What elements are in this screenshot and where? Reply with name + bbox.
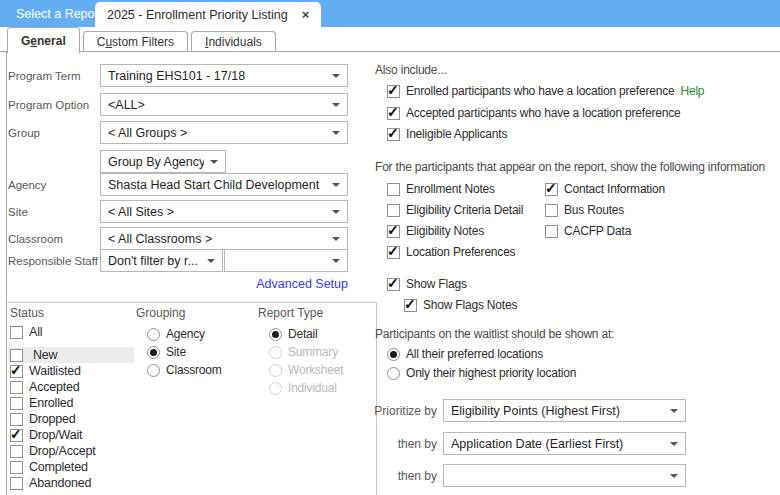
status-option-accepted[interactable]: Accepted bbox=[8, 379, 134, 395]
radio-icon bbox=[269, 364, 282, 377]
classroom-select[interactable]: < All Classrooms > bbox=[100, 227, 348, 250]
contact-information-checkbox[interactable]: Contact Information bbox=[545, 181, 665, 197]
checkbox-icon[interactable] bbox=[545, 204, 558, 217]
checkbox-icon[interactable] bbox=[387, 246, 400, 259]
enrollment-notes-checkbox[interactable]: Enrollment Notes bbox=[387, 181, 495, 197]
checkbox-icon[interactable] bbox=[387, 278, 400, 291]
group-label: Group bbox=[8, 127, 100, 139]
status-option-new[interactable]: New bbox=[8, 347, 134, 363]
checkbox-icon[interactable] bbox=[387, 183, 400, 196]
checkbox-icon[interactable] bbox=[545, 183, 558, 196]
dropdown-arrow-icon bbox=[332, 74, 340, 78]
agency-row: Agency Shasta Head Start Child Developme… bbox=[8, 173, 348, 196]
status-option-enrolled[interactable]: Enrolled bbox=[8, 395, 134, 411]
classroom-label: Classroom bbox=[8, 233, 100, 245]
grouping-section-label: Grouping bbox=[136, 306, 185, 320]
include-accepted-participants-checkbox[interactable]: Accepted participants who have a locatio… bbox=[387, 105, 680, 121]
eligibility-notes-checkbox[interactable]: Eligibility Notes bbox=[387, 223, 484, 239]
prioritize-by-row: Prioritize by Eligibility Points (Highes… bbox=[358, 399, 686, 422]
report-type-option-summary: Summary bbox=[269, 344, 338, 360]
radio-icon[interactable] bbox=[387, 348, 400, 361]
then-by-row-2: then by bbox=[358, 464, 686, 487]
checkbox-icon[interactable] bbox=[404, 299, 417, 312]
checkbox-icon[interactable] bbox=[387, 85, 400, 98]
checkbox-icon[interactable] bbox=[10, 397, 23, 410]
radio-icon[interactable] bbox=[387, 367, 400, 380]
dropdown-arrow-icon bbox=[670, 474, 678, 478]
grouping-option-site[interactable]: Site bbox=[147, 344, 186, 360]
dropdown-arrow-icon bbox=[332, 183, 340, 187]
group-select[interactable]: < All Groups > bbox=[100, 121, 348, 144]
checkbox-icon[interactable] bbox=[387, 128, 400, 141]
status-option-all[interactable]: All bbox=[8, 324, 134, 340]
advanced-setup-link[interactable]: Advanced Setup bbox=[100, 277, 348, 291]
checkbox-icon[interactable] bbox=[10, 477, 23, 490]
site-label: Site bbox=[8, 206, 100, 218]
status-option-waitlisted[interactable]: Waitlisted bbox=[8, 363, 134, 379]
radio-icon bbox=[269, 382, 282, 395]
group-by-row: Group By Agency bbox=[100, 150, 226, 173]
then-by-select-2[interactable] bbox=[443, 464, 686, 487]
close-icon[interactable]: × bbox=[302, 8, 310, 21]
checkbox-icon[interactable] bbox=[10, 326, 23, 339]
status-option-completed[interactable]: Completed bbox=[8, 459, 134, 475]
help-link[interactable]: Help bbox=[680, 84, 704, 98]
responsible-staff-value-select[interactable] bbox=[224, 249, 348, 272]
tab-individuals[interactable]: Individuals bbox=[191, 31, 276, 51]
grouping-option-classroom[interactable]: Classroom bbox=[147, 362, 222, 378]
status-option-dropped[interactable]: Dropped bbox=[8, 411, 134, 427]
checkbox-icon[interactable] bbox=[10, 413, 23, 426]
grouping-option-agency[interactable]: Agency bbox=[147, 326, 205, 342]
include-enrolled-participants-checkbox[interactable]: Enrolled participants who have a locatio… bbox=[387, 83, 704, 99]
checkbox-icon[interactable] bbox=[10, 461, 23, 474]
group-row: Group < All Groups > bbox=[8, 121, 348, 144]
eligibility-criteria-detail-checkbox[interactable]: Eligibility Criteria Detail bbox=[387, 202, 523, 218]
site-row: Site < All Sites > bbox=[8, 200, 348, 223]
tab-select-a-report[interactable]: Select a Report bbox=[10, 0, 108, 27]
report-type-option-individual: Individual bbox=[269, 380, 337, 396]
radio-icon[interactable] bbox=[147, 328, 160, 341]
then-by-label: then by bbox=[358, 437, 437, 451]
tab-enrollment-priority-listing[interactable]: 2025 - Enrollment Priority Listing × bbox=[95, 2, 321, 27]
show-flags-notes-checkbox[interactable]: Show Flags Notes bbox=[404, 297, 517, 313]
report-type-option-detail[interactable]: Detail bbox=[269, 326, 317, 342]
agency-select[interactable]: Shasta Head Start Child Development bbox=[100, 173, 348, 196]
checkbox-icon[interactable] bbox=[387, 204, 400, 217]
dropdown-arrow-icon bbox=[670, 409, 678, 413]
program-option-row: Program Option <ALL> bbox=[8, 93, 348, 116]
waitlist-all-preferred-locations-option[interactable]: All their preferred locations bbox=[387, 346, 543, 362]
waitlist-highest-priority-location-option[interactable]: Only their highest priority location bbox=[387, 365, 576, 381]
status-option-drop-wait[interactable]: Drop/Wait bbox=[8, 427, 134, 443]
checkbox-icon[interactable] bbox=[10, 429, 23, 442]
prioritize-by-select[interactable]: Eligibility Points (Highest First) bbox=[443, 399, 686, 422]
cacfp-data-checkbox[interactable]: CACFP Data bbox=[545, 223, 631, 239]
checkbox-icon[interactable] bbox=[387, 107, 400, 120]
dropdown-arrow-icon bbox=[670, 442, 678, 446]
checkbox-icon[interactable] bbox=[10, 445, 23, 458]
checkbox-icon[interactable] bbox=[10, 365, 23, 378]
bus-routes-checkbox[interactable]: Bus Routes bbox=[545, 202, 624, 218]
location-preferences-checkbox[interactable]: Location Preferences bbox=[387, 244, 515, 260]
program-term-select[interactable]: Training EHS101 - 17/18 bbox=[100, 64, 348, 87]
include-ineligible-applicants-checkbox[interactable]: Ineligible Applicants bbox=[387, 126, 507, 142]
radio-icon[interactable] bbox=[147, 346, 160, 359]
status-option-drop-accept[interactable]: Drop/Accept bbox=[8, 443, 134, 459]
show-info-label: For the participants that appear on the … bbox=[375, 160, 765, 174]
checkbox-icon[interactable] bbox=[545, 225, 558, 238]
show-flags-checkbox[interactable]: Show Flags bbox=[387, 276, 467, 292]
checkbox-icon[interactable] bbox=[387, 225, 400, 238]
then-by-row-1: then by Application Date (Earliest First… bbox=[358, 432, 686, 455]
site-select[interactable]: < All Sites > bbox=[100, 200, 348, 223]
group-by-select[interactable]: Group By Agency bbox=[100, 150, 226, 173]
report-type-section-label: Report Type bbox=[258, 306, 323, 320]
status-option-abandoned[interactable]: Abandoned bbox=[8, 475, 134, 491]
then-by-select-1[interactable]: Application Date (Earliest First) bbox=[443, 432, 686, 455]
checkbox-icon[interactable] bbox=[10, 381, 23, 394]
responsible-staff-filter-select[interactable]: Don't filter by r... bbox=[100, 249, 223, 272]
checkbox-icon[interactable] bbox=[10, 349, 23, 362]
program-option-select[interactable]: <ALL> bbox=[100, 93, 348, 116]
tab-general[interactable]: General bbox=[7, 27, 80, 53]
radio-icon[interactable] bbox=[269, 328, 282, 341]
radio-icon[interactable] bbox=[147, 364, 160, 377]
tab-custom-filters[interactable]: Custom Filters bbox=[83, 31, 188, 51]
